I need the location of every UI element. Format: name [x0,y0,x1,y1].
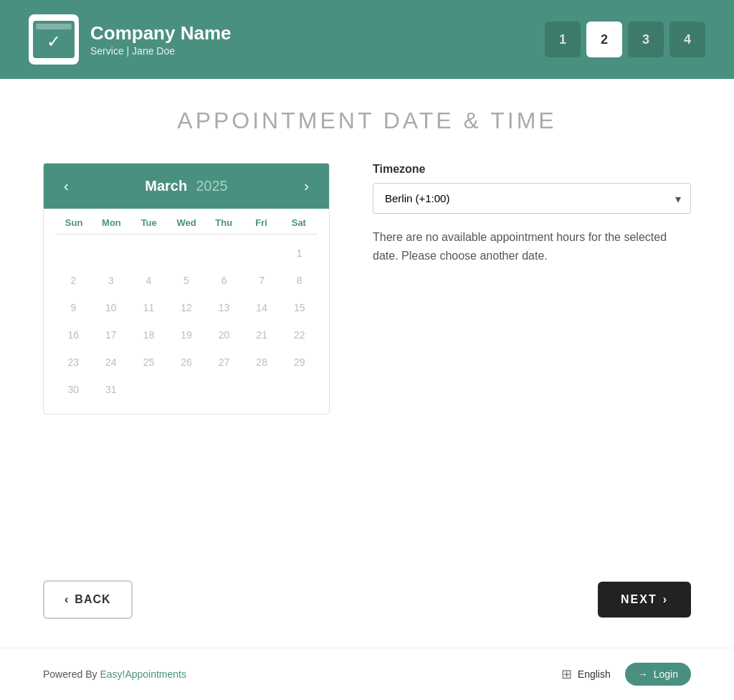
day-header-thu: Thu [205,217,242,228]
cal-day[interactable]: 8 [281,268,318,293]
cal-month-year: March 2025 [145,178,227,194]
cal-day[interactable]: 15 [281,295,318,321]
cal-day[interactable]: 2 [55,268,92,293]
cal-day[interactable]: 19 [168,322,205,348]
cal-day[interactable]: 25 [130,349,167,375]
chevron-left-icon: ‹ [65,593,69,606]
cal-month: March [145,178,187,194]
cal-day[interactable]: 17 [93,322,130,348]
cal-day[interactable]: 5 [168,268,205,293]
powered-by: Powered By Easy!Appointments [43,668,186,680]
easy-appointments-link[interactable]: Easy!Appointments [100,668,186,680]
language-icon: ⊞ [561,666,572,682]
login-icon: → [638,668,648,680]
back-button[interactable]: ‹ BACK [43,580,133,619]
cal-day-empty [55,240,92,266]
cal-day[interactable]: 26 [168,349,205,375]
cal-day[interactable]: 3 [93,268,130,293]
timezone-select[interactable]: Berlin (+1:00) London (0:00) New York (-… [373,183,691,214]
cal-day-empty [168,240,205,266]
timezone-label: Timezone [373,163,691,176]
calendar-header: ‹ March 2025 › [44,164,329,209]
company-name: Company Name [90,22,232,44]
cal-day[interactable]: 16 [55,322,92,348]
cal-day[interactable]: 7 [244,268,280,293]
chevron-right-icon: › [663,593,668,606]
cal-day[interactable]: 23 [55,349,92,375]
day-header-mon: Mon [92,217,130,228]
cal-day[interactable]: 9 [55,295,92,321]
next-label: NEXT [621,593,657,606]
step-indicators: 1 2 3 4 [545,22,705,57]
cal-day[interactable]: 13 [206,295,242,321]
calendar: ‹ March 2025 › Sun Mon Tue Wed Thu Fri [43,163,330,415]
step-4-button[interactable]: 4 [669,22,705,57]
header: ✓ Company Name Service | Jane Doe 1 2 3 … [0,0,734,79]
cal-day[interactable]: 29 [281,349,318,375]
calendar-grid: Sun Mon Tue Wed Thu Fri Sat 123456789101… [44,209,329,414]
cal-day[interactable]: 28 [244,349,280,375]
header-text: Company Name Service | Jane Doe [90,22,232,56]
step-1-button[interactable]: 1 [545,22,581,57]
day-headers: Sun Mon Tue Wed Thu Fri Sat [55,209,318,235]
cal-day[interactable]: 21 [244,322,280,348]
no-hours-message: There are no available appointment hours… [373,228,691,265]
language-selector[interactable]: ⊞ English [561,666,611,682]
next-button[interactable]: NEXT › [598,582,691,618]
logo-box: ✓ [29,14,79,65]
day-header-wed: Wed [168,217,205,228]
main-content: APPOINTMENT DATE & TIME ‹ March 2025 › S… [0,79,734,566]
cal-day[interactable]: 6 [206,268,242,293]
cal-day[interactable]: 22 [281,322,318,348]
footer: Powered By Easy!Appointments ⊞ English →… [0,648,734,700]
right-panel: Timezone Berlin (+1:00) London (0:00) Ne… [373,163,691,265]
page-title: APPOINTMENT DATE & TIME [43,108,691,134]
cal-day[interactable]: 27 [206,349,242,375]
login-label: Login [654,668,678,680]
cal-day[interactable]: 11 [130,295,167,321]
cal-day-empty [206,240,242,266]
footer-right: ⊞ English → Login [561,663,691,686]
prev-month-button[interactable]: ‹ [58,175,75,197]
cal-year: 2025 [196,178,228,194]
step-2-button[interactable]: 2 [586,22,622,57]
cal-day-empty [244,240,280,266]
day-header-tue: Tue [130,217,168,228]
timezone-select-wrapper[interactable]: Berlin (+1:00) London (0:00) New York (-… [373,183,691,214]
cal-day[interactable]: 24 [93,349,130,375]
cal-day-empty [93,240,130,266]
cal-day[interactable]: 30 [55,377,92,402]
cal-day[interactable]: 20 [206,322,242,348]
login-button[interactable]: → Login [625,663,691,686]
powered-by-text: Powered By [43,668,100,680]
checkmark-icon: ✓ [47,32,61,52]
content-row: ‹ March 2025 › Sun Mon Tue Wed Thu Fri [43,163,691,415]
cal-day[interactable]: 10 [93,295,130,321]
cal-day[interactable]: 18 [130,322,167,348]
language-label: English [578,668,611,680]
step-3-button[interactable]: 3 [628,22,664,57]
service-info: Service | Jane Doe [90,45,232,57]
cal-day[interactable]: 14 [244,295,280,321]
day-header-sat: Sat [280,217,318,228]
next-month-button[interactable]: › [298,175,315,197]
cal-day[interactable]: 12 [168,295,205,321]
day-header-fri: Fri [242,217,280,228]
back-label: BACK [75,593,110,606]
header-left: ✓ Company Name Service | Jane Doe [29,14,232,65]
cal-day-empty [130,240,167,266]
cal-day[interactable]: 1 [281,240,318,266]
bottom-nav: ‹ BACK NEXT › [0,566,734,648]
day-header-sun: Sun [55,217,92,228]
logo-inner: ✓ [33,21,75,58]
cal-day[interactable]: 31 [93,377,130,402]
cal-day[interactable]: 4 [130,268,167,293]
calendar-days: 1234567891011121314151617181920212223242… [55,240,318,402]
